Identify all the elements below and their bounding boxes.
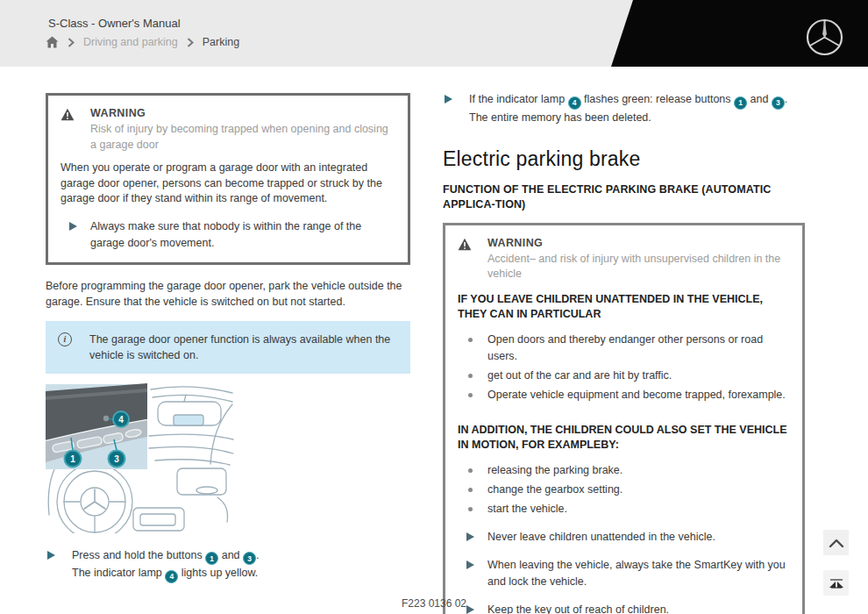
breadcrumb: Driving and parking Parking: [46, 36, 239, 48]
button-3-badge: 3: [243, 552, 256, 565]
arrow-bullet-icon: [445, 95, 452, 104]
warning-action: Never leave children unattended in the v…: [458, 529, 790, 546]
broken-image-icon: [828, 576, 845, 590]
diagram-callout-4: 4: [113, 411, 129, 427]
svg-text:4: 4: [118, 414, 124, 424]
warning-lead-1: IF YOU LEAVE CHILDREN UNATTENDED IN THE …: [458, 292, 790, 323]
warning-action: When leaving the vehicle, always take th…: [458, 557, 790, 590]
arrow-bullet-icon: [69, 222, 77, 231]
breadcrumb-item-driving-and-parking[interactable]: Driving and parking: [83, 36, 178, 48]
home-icon[interactable]: [46, 36, 59, 48]
manual-title: S-Class - Owner's Manual: [48, 17, 181, 30]
warning-subtitle: Accident– and risk of injury with unsupe…: [487, 252, 790, 282]
diagram-inset-panel: 4 1 3: [46, 383, 147, 469]
mercedes-logo-icon[interactable]: [806, 18, 843, 56]
warning-body: When you operate or program a garage doo…: [60, 161, 395, 207]
scroll-to-top-button[interactable]: [823, 530, 849, 555]
button-1-badge: 1: [734, 96, 747, 110]
paragraph-before-programming: Before programming the garage door opene…: [46, 278, 410, 310]
warning-subtitle: Risk of injury by becoming trapped when …: [90, 122, 395, 153]
indicator-4-badge: 4: [165, 570, 178, 583]
list-item: change the gearbox setting.: [458, 482, 790, 498]
section-heading-electric-parking-brake: Electric parking brake: [443, 147, 805, 171]
instruction-press-hold: Press and hold the buttons 1 and 3. The …: [46, 547, 410, 584]
svg-text:3: 3: [114, 453, 119, 463]
warning-label: WARNING: [487, 236, 790, 251]
info-note-text: The garage door opener function is alway…: [89, 332, 398, 363]
warning-label: WARNING: [90, 106, 395, 121]
warning-box-children: WARNING Accident– and risk of injury wit…: [443, 223, 805, 614]
app-header: S-Class - Owner's Manual Driving and par…: [0, 0, 868, 67]
warning-box-garage-door: WARNING Risk of injury by becoming trapp…: [46, 93, 410, 265]
button-1-badge: 1: [205, 552, 218, 565]
bullet-dot-icon: [468, 507, 473, 511]
indicator-4-badge: 4: [568, 96, 581, 110]
warning-triangle-icon: [458, 236, 486, 282]
warning-action: Always make sure that nobody is within t…: [60, 218, 395, 252]
list-item: Operate vehicle equipment and become tra…: [458, 387, 790, 403]
warning-lead-2: IN ADDITION, THE CHILDREN COULD ALSO SET…: [458, 423, 790, 453]
chevron-up-icon: [827, 537, 846, 549]
info-note-box: i The garage door opener function is alw…: [46, 321, 410, 374]
info-icon: i: [58, 332, 72, 346]
garage-door-opener-diagram: 4 1 3: [46, 383, 237, 533]
figure-caption: F223 0136 02: [0, 597, 868, 610]
chevron-right-icon: [68, 38, 75, 47]
bullet-dot-icon: [468, 468, 473, 473]
broken-image-button[interactable]: [823, 570, 849, 596]
button-3-badge: 3: [772, 96, 785, 110]
bullet-list-1: Open doors and thereby endanger other pe…: [458, 332, 790, 403]
bullet-list-2: releasing the parking brake. change the …: [458, 462, 790, 518]
arrow-bullet-icon: [47, 551, 55, 560]
list-item: get out of the car and are hit by traffi…: [458, 368, 790, 384]
arrow-bullet-icon: [466, 560, 474, 569]
instruction-text: Press and hold the buttons: [72, 549, 203, 561]
list-item: start the vehicle.: [458, 501, 790, 518]
instruction-result-text: The indicator lamp: [72, 567, 162, 579]
list-item: releasing the parking brake.: [458, 462, 790, 479]
bullet-dot-icon: [468, 488, 473, 492]
list-item: Open doors and thereby endanger other pe…: [458, 332, 790, 365]
bullet-dot-icon: [468, 338, 473, 342]
breadcrumb-item-parking: Parking: [203, 36, 239, 48]
right-column: If the indicator lamp 4 flashes green: r…: [443, 91, 805, 614]
warning-triangle-icon: [60, 106, 89, 153]
bullet-dot-icon: [468, 393, 473, 397]
arrow-bullet-icon: [466, 532, 474, 541]
instruction-release-buttons: If the indicator lamp 4 flashes green: r…: [443, 91, 805, 126]
diagram-callout-3: 3: [109, 450, 125, 467]
diagram-callout-1: 1: [65, 450, 82, 467]
chevron-right-icon: [187, 38, 194, 47]
svg-text:1: 1: [70, 453, 75, 463]
instruction-result-text: The entire memory has been deleted.: [469, 111, 651, 124]
bullet-dot-icon: [468, 374, 473, 378]
left-column: WARNING Risk of injury by becoming trapp…: [46, 93, 410, 583]
subsection-heading-function: FUNCTION OF THE ELECTRIC PARKING BRAKE (…: [443, 182, 805, 212]
